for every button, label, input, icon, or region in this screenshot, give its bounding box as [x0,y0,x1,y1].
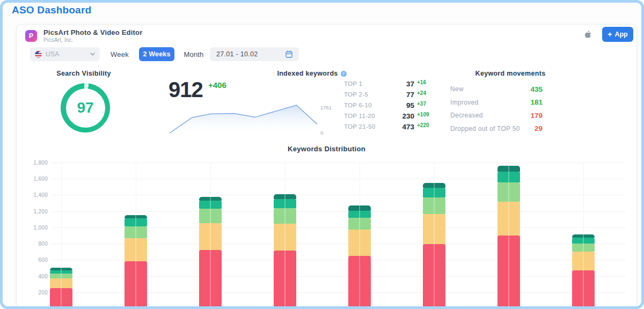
usa-flag-icon [35,51,42,58]
stacked-bar [348,205,371,308]
top-ranking-delta: +220 [417,122,438,128]
page-title: ASO Dashboard [12,4,91,16]
apple-icon [584,31,591,39]
movement-value: 29 [535,124,543,133]
bar-centerline [583,234,584,308]
top-ranking-delta: +24 [417,90,438,96]
app-name: PicsArt Photo & Video Editor [43,28,143,36]
gridline-h [52,179,626,179]
country-select[interactable]: USA [30,47,100,61]
top-ranking-row: TOP 6-1095+37 [344,100,438,111]
app-icon: P [25,30,37,42]
calendar-icon [286,50,292,58]
gridline-h [52,163,626,163]
stacked-bar [497,166,520,308]
indexed-keywords-title-text: Indexed keywords [277,70,338,77]
info-icon[interactable]: ? [341,71,347,77]
date-range-picker[interactable]: 27.01 - 10.02 [210,47,299,61]
top-ranking-label: TOP 1 [344,80,392,87]
top-ranking-row: TOP 137+16 [344,78,438,89]
gridline-h [52,211,626,212]
bar-centerline [359,205,360,308]
top-ranking-value: 37 [392,80,414,88]
movement-row: Improved181 [450,96,543,109]
stacked-bar [572,234,595,308]
top-ranking-delta: +109 [417,112,438,117]
add-app-label: App [614,31,627,38]
indexed-keywords-sparkline [170,104,317,135]
bar-centerline [210,197,211,308]
top-ranking-row: TOP 11-20230+109 [344,111,438,121]
movement-row: Decreased179 [450,109,543,122]
bar-centerline [508,166,509,308]
date-range-value: 27.01 - 10.02 [216,50,286,58]
period-toggle: Week2 WeeksMonth [103,47,211,61]
period-week[interactable]: Week [103,50,137,58]
indexed-keywords-value: 912 [169,78,203,102]
movement-value: 179 [530,112,543,120]
bar-centerline [434,183,435,308]
top-ranking-value: 473 [392,123,414,131]
stacked-bar [199,197,222,308]
bar-centerline [284,194,286,308]
top-rankings-list: TOP 137+16TOP 2-577+24TOP 6-1095+37TOP 1… [344,78,438,132]
search-visibility-gauge: 97 [61,83,110,133]
movement-value: 435 [530,85,543,93]
keywords-distribution-title: Keywords Distribution [17,145,636,153]
y-axis-tick: 800 [21,241,48,247]
top-ranking-delta: +37 [417,101,438,107]
y-axis-tick: 1,000 [21,225,48,231]
y-axis-tick: 400 [21,274,48,279]
top-ranking-label: TOP 2-5 [344,91,392,98]
app-publisher: PicsArt, Inc. [43,37,74,43]
top-ranking-label: TOP 11-20 [344,113,392,119]
country-select-value: USA [46,50,90,58]
movement-label: New [450,85,530,93]
top-ranking-delta: +16 [417,79,438,85]
top-ranking-row: TOP 21-50473+220 [344,121,438,132]
bar-centerline [135,215,136,309]
stacked-bar [423,183,445,308]
keyword-movements-title: Keyword movements [441,70,580,77]
top-ranking-row: TOP 2-577+24 [344,89,438,100]
sparkline-max-label: 1761 [320,105,339,111]
add-app-button[interactable]: + App [602,27,633,42]
movement-label: Dropped out of TOP 50 [450,125,535,133]
stacked-bar [274,194,296,308]
top-ranking-value: 95 [392,101,414,109]
search-visibility-title: Search Visibility [38,70,129,77]
y-axis-tick: 0 [21,306,48,309]
top-ranking-value: 77 [392,91,414,99]
keyword-movements-list: New435Improved181Decreased179Dropped out… [450,83,543,135]
top-ranking-label: TOP 6-10 [344,102,392,108]
plus-icon: + [608,31,612,38]
y-axis-tick: 1,200 [21,209,48,215]
movement-label: Improved [450,99,530,106]
search-visibility-score: 97 [61,83,110,133]
y-axis-tick: 1,400 [21,192,48,198]
y-axis-tick: 1,800 [21,160,48,166]
indexed-keywords-title: Indexed keywords ? [242,70,382,77]
bar-centerline [61,268,62,308]
gridline-h [52,195,626,195]
movement-row: New435 [450,83,543,96]
dashboard-card: P PicsArt Photo & Video Editor PicsArt, … [16,24,637,309]
movement-row: Dropped out of TOP 5029 [450,122,543,136]
period-2-weeks[interactable]: 2 Weeks [139,47,174,61]
y-axis-tick: 600 [21,257,48,263]
chevron-down-icon [90,53,95,56]
indexed-keywords-delta: +406 [208,80,226,90]
stacked-bar [125,215,147,309]
y-axis-tick: 200 [21,290,48,296]
top-ranking-label: TOP 21-50 [344,123,392,130]
movement-label: Decreased [450,112,530,119]
y-axis-tick: 1,600 [21,176,48,182]
period-month[interactable]: Month [177,50,211,58]
movement-value: 181 [530,98,543,106]
keywords-distribution-chart: 1,8001,6001,4001,2001,0008006004002000 [52,163,626,308]
sparkline-min-label: 0 [320,130,339,136]
stacked-bar [50,268,72,308]
top-ranking-value: 230 [392,112,414,120]
